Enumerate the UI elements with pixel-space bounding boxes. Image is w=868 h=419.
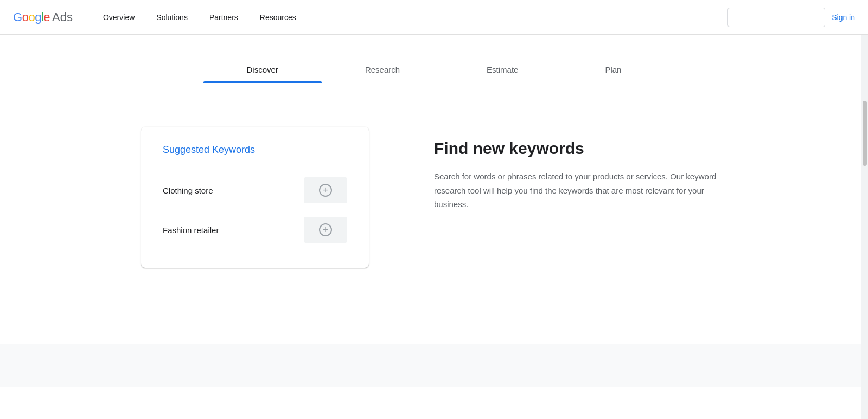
nav-item-resources[interactable]: Resources — [251, 9, 305, 26]
main-content: Suggested Keywords Clothing store + Fash… — [54, 83, 814, 311]
tab-estimate[interactable]: Estimate — [443, 56, 561, 83]
keyword-text-fashion-retailer: Fashion retailer — [163, 225, 219, 235]
header-right: Sign in — [727, 8, 855, 27]
plus-icon-fashion-retailer: + — [319, 223, 332, 236]
keyword-row-clothing-store: Clothing store + — [163, 171, 347, 210]
logo-link[interactable]: Google Ads — [13, 10, 73, 24]
add-keyword-button-clothing-store[interactable]: + — [304, 177, 347, 203]
logo-letter-g1: G — [13, 10, 22, 24]
nav-item-solutions[interactable]: Solutions — [148, 9, 196, 26]
description-body: Search for words or phrases related to y… — [434, 170, 727, 211]
tab-discover-label: Discover — [247, 65, 278, 74]
logo-letter-g2: g — [35, 10, 41, 24]
search-input[interactable] — [727, 8, 825, 27]
header: Google Ads Overview Solutions Partners R… — [0, 0, 868, 35]
scrollbar-thumb[interactable] — [863, 101, 867, 166]
tab-research[interactable]: Research — [322, 56, 443, 83]
sign-in-link[interactable]: Sign in — [832, 13, 855, 22]
tabs-container: Discover Research Estimate Plan — [0, 56, 868, 83]
google-logo: Google — [13, 10, 50, 24]
keywords-card: Suggested Keywords Clothing store + Fash… — [141, 127, 369, 268]
footer-area — [0, 344, 868, 387]
main-nav: Overview Solutions Partners Resources — [94, 9, 727, 26]
keyword-text-clothing-store: Clothing store — [163, 186, 213, 195]
logo-letter-o1: o — [22, 10, 29, 24]
tab-plan-label: Plan — [605, 65, 621, 74]
plus-icon-clothing-store: + — [319, 184, 332, 197]
tab-estimate-label: Estimate — [487, 65, 518, 74]
nav-item-overview[interactable]: Overview — [94, 9, 143, 26]
keyword-row-fashion-retailer: Fashion retailer + — [163, 210, 347, 249]
scrollbar-track — [861, 35, 868, 419]
nav-item-partners[interactable]: Partners — [201, 9, 247, 26]
description-panel: Find new keywords Search for words or ph… — [434, 127, 727, 268]
card-title: Suggested Keywords — [163, 144, 347, 156]
description-title: Find new keywords — [434, 138, 727, 159]
tab-plan[interactable]: Plan — [561, 56, 665, 83]
logo-ads-text: Ads — [52, 10, 73, 24]
logo-letter-e: e — [43, 10, 50, 24]
add-keyword-button-fashion-retailer[interactable]: + — [304, 217, 347, 243]
tab-discover[interactable]: Discover — [203, 56, 322, 83]
tab-research-label: Research — [365, 65, 400, 74]
logo-letter-o2: o — [28, 10, 35, 24]
